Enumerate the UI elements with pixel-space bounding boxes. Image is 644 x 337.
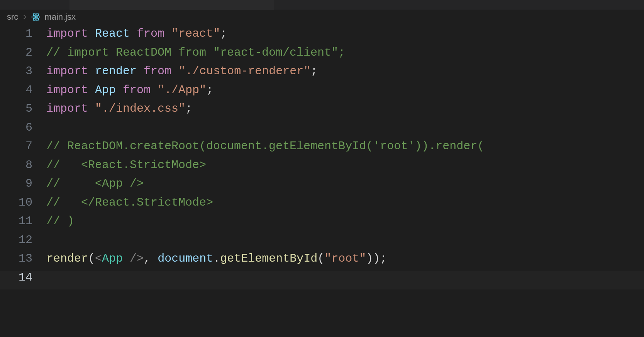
line-number[interactable]: 1 xyxy=(0,27,46,40)
line-number[interactable]: 9 xyxy=(0,177,46,190)
code-line[interactable]: 1import React from "react"; xyxy=(0,27,644,46)
line-number[interactable]: 14 xyxy=(0,271,46,284)
line-number[interactable]: 7 xyxy=(0,140,46,153)
code-token-punct: ( xyxy=(317,252,324,265)
code-token-kw: import xyxy=(46,102,88,115)
code-token-punct xyxy=(116,83,123,97)
code-line[interactable]: 5import "./index.css"; xyxy=(0,102,644,121)
code-token-comment: // <React.StrictMode> xyxy=(46,158,206,172)
line-content[interactable]: // ReactDOM.createRoot(document.getEleme… xyxy=(46,140,644,153)
line-number[interactable]: 3 xyxy=(0,65,46,78)
code-editor[interactable]: 1import React from "react";2// import Re… xyxy=(0,24,644,289)
code-token-punct xyxy=(137,65,144,78)
code-token-var: App xyxy=(95,83,116,97)
code-token-comment: // <App /> xyxy=(46,177,144,190)
code-token-kw: import xyxy=(46,83,88,97)
code-line[interactable]: 11// ) xyxy=(0,214,644,233)
code-line[interactable]: 4import App from "./App"; xyxy=(0,83,644,102)
line-content[interactable]: import "./index.css"; xyxy=(46,102,644,115)
code-line[interactable]: 7// ReactDOM.createRoot(document.getElem… xyxy=(0,140,644,158)
code-line[interactable]: 10// </React.StrictMode> xyxy=(0,196,644,215)
line-content[interactable]: // </React.StrictMode> xyxy=(46,196,644,209)
code-token-punct xyxy=(171,65,178,78)
code-token-punct: ( xyxy=(88,252,95,265)
line-number[interactable]: 8 xyxy=(0,158,46,172)
code-line[interactable]: 2// import ReactDOM from "react-dom/clie… xyxy=(0,46,644,65)
code-token-kw: import xyxy=(46,27,88,40)
code-line[interactable]: 9// <App /> xyxy=(0,177,644,196)
code-token-jsxtag: App xyxy=(102,252,123,265)
code-token-jsxbr: < xyxy=(95,252,102,265)
line-number[interactable]: 11 xyxy=(0,214,46,228)
code-token-kw: from xyxy=(144,65,171,78)
line-number[interactable]: 13 xyxy=(0,252,46,265)
line-content[interactable]: import App from "./App"; xyxy=(46,83,644,97)
code-line[interactable]: 12 xyxy=(0,233,644,252)
code-token-str: "./App" xyxy=(158,83,206,97)
code-token-var: render xyxy=(95,65,137,78)
code-token-func: getElementById xyxy=(220,252,317,265)
line-content[interactable]: // <React.StrictMode> xyxy=(46,158,644,172)
code-token-str: "./custom-renderer" xyxy=(178,65,310,78)
code-token-comment: // ) xyxy=(46,214,74,228)
code-token-punct: ; xyxy=(310,65,317,78)
code-token-punct xyxy=(123,252,130,265)
line-content[interactable]: render(<App />, document.getElementById(… xyxy=(46,252,644,265)
code-token-punct xyxy=(151,83,158,97)
code-token-punct xyxy=(130,27,137,40)
code-token-punct xyxy=(164,27,171,40)
code-token-punct: ; xyxy=(220,27,227,40)
code-line[interactable]: 14 xyxy=(0,271,644,290)
breadcrumb-segment-folder[interactable]: src xyxy=(7,12,18,22)
code-token-str: "react" xyxy=(171,27,220,40)
line-number[interactable]: 10 xyxy=(0,196,46,209)
code-token-punct: , xyxy=(144,252,158,265)
line-content[interactable]: // ) xyxy=(46,214,644,228)
svg-point-0 xyxy=(35,16,37,18)
editor-tab-bar xyxy=(0,0,644,10)
code-token-str: "./index.css" xyxy=(95,102,185,115)
code-token-punct: ; xyxy=(185,102,192,115)
line-content[interactable]: // import ReactDOM from "react-dom/clien… xyxy=(46,46,644,59)
code-token-var: React xyxy=(95,27,130,40)
line-content[interactable]: import React from "react"; xyxy=(46,27,644,40)
code-token-func: render xyxy=(46,252,88,265)
line-number[interactable]: 4 xyxy=(0,83,46,97)
code-token-var: document xyxy=(158,252,213,265)
chevron-right-icon xyxy=(22,12,27,22)
code-line[interactable]: 3import render from "./custom-renderer"; xyxy=(0,65,644,83)
line-number[interactable]: 6 xyxy=(0,121,46,134)
line-content[interactable]: import render from "./custom-renderer"; xyxy=(46,65,644,78)
code-token-kw: from xyxy=(137,27,164,40)
code-token-punct: . xyxy=(213,252,220,265)
code-token-kw: from xyxy=(123,83,151,97)
code-token-comment: // import ReactDOM from "react-dom/clien… xyxy=(46,46,345,59)
code-token-comment: // </React.StrictMode> xyxy=(46,196,213,209)
code-token-str: "root" xyxy=(324,252,366,265)
code-token-jsxbr: /> xyxy=(130,252,144,265)
react-icon xyxy=(31,12,41,22)
code-line[interactable]: 13render(<App />, document.getElementByI… xyxy=(0,252,644,271)
code-line[interactable]: 6 xyxy=(0,121,644,140)
line-number[interactable]: 12 xyxy=(0,233,46,247)
code-token-punct: )); xyxy=(366,252,387,265)
line-number[interactable]: 2 xyxy=(0,46,46,59)
code-token-punct: ; xyxy=(206,83,213,97)
code-token-punct xyxy=(88,65,95,78)
code-line[interactable]: 8// <React.StrictMode> xyxy=(0,158,644,177)
breadcrumb-segment-file[interactable]: main.jsx xyxy=(44,12,76,22)
code-token-punct xyxy=(88,27,95,40)
tab-bar-inactive-region xyxy=(69,0,274,10)
code-token-comment: // ReactDOM.createRoot(document.getEleme… xyxy=(46,140,484,153)
breadcrumb[interactable]: src main.jsx xyxy=(0,10,644,24)
line-content[interactable]: // <App /> xyxy=(46,177,644,190)
line-number[interactable]: 5 xyxy=(0,102,46,115)
code-token-kw: import xyxy=(46,65,88,78)
code-token-punct xyxy=(88,83,95,97)
code-token-punct xyxy=(88,102,95,115)
